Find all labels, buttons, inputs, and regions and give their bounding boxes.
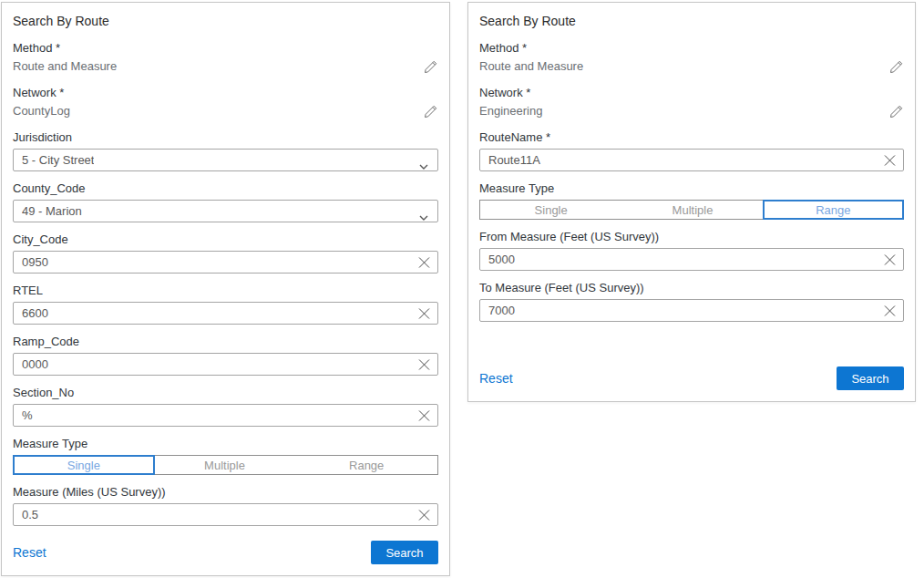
section-no-field: Section_No: [13, 386, 438, 427]
clear-input-button[interactable]: [418, 307, 430, 319]
measure-type-control: Single Multiple Range: [479, 200, 904, 220]
x-icon: [418, 256, 430, 268]
section-no-input[interactable]: [13, 404, 438, 427]
city-code-field: City_Code: [13, 232, 438, 274]
jurisdiction-selected-value: 5 - City Street: [22, 153, 94, 167]
county-code-field: County_Code 49 - Marion: [13, 181, 438, 222]
jurisdiction-label: Jurisdiction: [13, 130, 438, 145]
clear-input-button[interactable]: [418, 509, 430, 521]
clear-input-button[interactable]: [884, 304, 896, 316]
measure-type-label: Measure Type: [13, 437, 438, 451]
measure-type-label: Measure Type: [479, 181, 904, 196]
clear-input-button[interactable]: [418, 256, 430, 268]
network-label: Network *: [13, 86, 438, 100]
panel-title: Search By Route: [13, 14, 438, 28]
ramp-code-field: Ramp_Code: [13, 335, 438, 376]
measure-type-option-multiple[interactable]: Multiple: [621, 201, 763, 219]
measure-type-option-range[interactable]: Range: [763, 200, 904, 220]
measure-type-option-single[interactable]: Single: [13, 455, 155, 475]
search-button[interactable]: Search: [371, 541, 438, 564]
measure-type-field: Measure Type Single Multiple Range: [13, 437, 438, 475]
route-name-label: RouteName *: [479, 130, 904, 145]
search-button[interactable]: Search: [837, 366, 904, 390]
clear-input-button[interactable]: [884, 253, 896, 265]
network-value: Engineering: [479, 104, 542, 119]
panel-title: Search By Route: [479, 14, 904, 28]
county-code-selected-value: 49 - Marion: [22, 204, 82, 218]
measure-type-option-single[interactable]: Single: [480, 201, 621, 219]
section-no-label: Section_No: [13, 386, 438, 400]
search-by-route-panel-right: Search By Route Method * Route and Measu…: [467, 2, 916, 402]
x-icon: [884, 154, 896, 166]
from-measure-label: From Measure (Feet (US Survey)): [479, 230, 904, 244]
measure-type-option-range[interactable]: Range: [295, 456, 437, 474]
pencil-icon[interactable]: [424, 59, 438, 74]
ramp-code-input[interactable]: [13, 353, 438, 376]
clear-input-button[interactable]: [418, 409, 430, 421]
pencil-icon[interactable]: [889, 104, 904, 119]
x-icon: [418, 409, 430, 421]
measure-type-option-multiple[interactable]: Multiple: [154, 456, 296, 474]
chevron-down-icon: [419, 208, 428, 214]
ramp-code-label: Ramp_Code: [13, 335, 438, 349]
network-label: Network *: [479, 86, 904, 100]
panel-footer: Reset Search: [13, 541, 438, 564]
to-measure-input[interactable]: [479, 299, 904, 322]
from-measure-input[interactable]: [479, 248, 904, 271]
route-name-input[interactable]: [479, 149, 904, 171]
pencil-icon[interactable]: [424, 104, 438, 119]
county-code-select[interactable]: 49 - Marion: [13, 200, 438, 222]
method-label: Method *: [13, 41, 438, 56]
network-field: Network * CountyLog: [13, 86, 438, 119]
rtel-field: RTEL: [13, 284, 438, 325]
x-icon: [418, 509, 430, 521]
clear-input-button[interactable]: [884, 154, 896, 166]
measure-input[interactable]: [13, 503, 438, 526]
x-icon: [884, 253, 896, 265]
pencil-icon[interactable]: [889, 59, 904, 74]
rtel-input[interactable]: [13, 302, 438, 325]
reset-link[interactable]: Reset: [479, 371, 513, 386]
jurisdiction-select[interactable]: 5 - City Street: [13, 149, 438, 171]
county-code-label: County_Code: [13, 181, 438, 196]
city-code-input[interactable]: [13, 251, 438, 274]
rtel-label: RTEL: [13, 284, 438, 298]
jurisdiction-field: Jurisdiction 5 - City Street: [13, 130, 438, 171]
to-measure-field: To Measure (Feet (US Survey)): [479, 281, 904, 322]
measure-label: Measure (Miles (US Survey)): [13, 485, 438, 500]
measure-type-field: Measure Type Single Multiple Range: [479, 181, 904, 220]
network-field: Network * Engineering: [479, 86, 904, 119]
x-icon: [418, 307, 430, 319]
measure-type-control: Single Multiple Range: [13, 455, 438, 475]
method-field: Method * Route and Measure: [479, 41, 904, 74]
method-value: Route and Measure: [13, 59, 117, 74]
to-measure-label: To Measure (Feet (US Survey)): [479, 281, 904, 295]
reset-link[interactable]: Reset: [13, 545, 46, 560]
route-name-field: RouteName *: [479, 130, 904, 171]
city-code-label: City_Code: [13, 232, 438, 247]
method-field: Method * Route and Measure: [13, 41, 438, 74]
clear-input-button[interactable]: [418, 358, 430, 370]
network-value: CountyLog: [13, 104, 70, 119]
method-label: Method *: [479, 41, 904, 56]
from-measure-field: From Measure (Feet (US Survey)): [479, 230, 904, 271]
measure-field: Measure (Miles (US Survey)): [13, 485, 438, 526]
x-icon: [418, 358, 430, 370]
x-icon: [884, 304, 896, 316]
panel-footer: Reset Search: [479, 366, 904, 390]
search-by-route-panel-left: Search By Route Method * Route and Measu…: [1, 2, 450, 576]
method-value: Route and Measure: [479, 59, 583, 74]
chevron-down-icon: [419, 157, 428, 163]
